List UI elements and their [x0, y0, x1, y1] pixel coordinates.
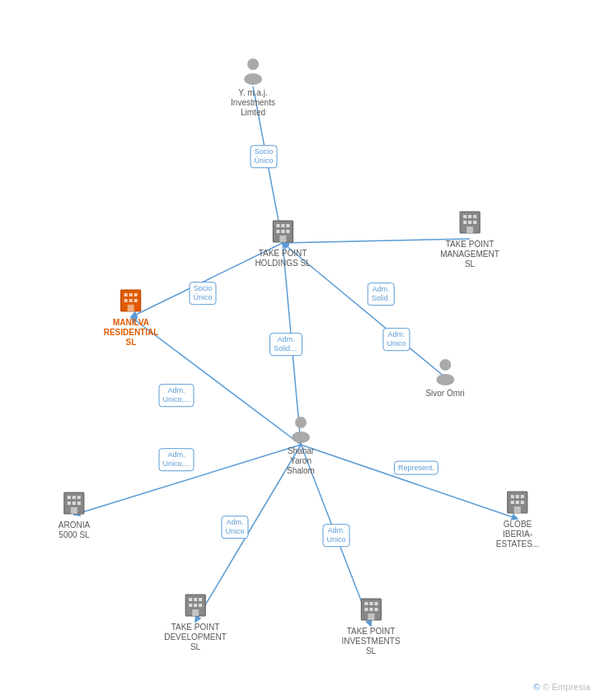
svg-rect-63: [189, 598, 192, 601]
building-icon: [456, 208, 484, 236]
node-label-tp_investments: TAKE POINT INVESTMENTS SL: [341, 627, 400, 656]
node-label-globe: GLOBE IBERIA- ESTATES...: [496, 520, 539, 549]
edge-label-2: Adm.Solid....: [270, 333, 302, 356]
svg-point-41: [439, 359, 451, 371]
svg-rect-45: [68, 496, 71, 499]
svg-rect-27: [468, 221, 471, 224]
svg-rect-20: [279, 236, 286, 242]
svg-rect-16: [286, 224, 289, 227]
node-label-manilva: MANILVA RESIDENTIAL SL: [104, 318, 159, 348]
svg-rect-36: [129, 299, 133, 302]
node-label-aronia: ARONIA 5000 SL: [59, 520, 90, 540]
svg-rect-34: [134, 293, 138, 296]
svg-rect-48: [68, 502, 71, 505]
edge-label-4: Adm.Unico: [382, 328, 410, 351]
svg-rect-29: [466, 226, 473, 233]
svg-rect-17: [276, 230, 279, 233]
svg-rect-69: [192, 609, 199, 616]
node-globe[interactable]: GLOBE IBERIA- ESTATES...: [496, 488, 539, 549]
svg-rect-65: [199, 598, 202, 601]
svg-rect-25: [473, 215, 476, 218]
svg-rect-74: [374, 602, 377, 605]
svg-rect-68: [199, 604, 202, 607]
svg-rect-76: [369, 608, 373, 611]
edge-label-9: Adm.Unico: [322, 524, 349, 547]
svg-rect-50: [77, 502, 81, 505]
svg-rect-54: [511, 495, 514, 498]
svg-rect-23: [463, 215, 466, 218]
svg-rect-57: [511, 501, 514, 504]
edge-label-6: Adm.Unico,...: [158, 448, 194, 471]
svg-rect-75: [364, 608, 368, 611]
svg-rect-28: [473, 221, 476, 224]
svg-rect-66: [189, 604, 192, 607]
person-icon: [286, 413, 316, 443]
svg-rect-37: [134, 299, 138, 302]
node-sivor[interactable]: Sivor Omri: [425, 356, 464, 399]
svg-rect-56: [521, 495, 524, 498]
building-icon: [269, 217, 297, 245]
node-aronia[interactable]: ARONIA 5000 SL: [59, 489, 90, 540]
svg-rect-64: [194, 598, 197, 601]
svg-rect-73: [369, 602, 373, 605]
node-label-takepoint_mgmt: TAKE POINT MANAGEMENT SL: [440, 240, 499, 269]
edge-label-1: SocioÚnico: [189, 282, 216, 305]
edge-label-5: Adm.Unico,...: [158, 384, 194, 407]
node-label-ymaj: Y. m.a.j. Investments Limted: [231, 88, 275, 118]
svg-point-42: [436, 374, 454, 385]
building-icon: [117, 287, 145, 315]
svg-rect-18: [281, 230, 284, 233]
svg-rect-67: [194, 604, 197, 607]
edge-label-7: Represent.: [394, 461, 438, 475]
svg-rect-77: [374, 608, 377, 611]
edge-label-3: Adm.Solid.: [368, 282, 395, 306]
svg-rect-26: [463, 221, 466, 224]
svg-rect-49: [73, 502, 76, 505]
building-icon: [60, 489, 88, 517]
svg-rect-59: [521, 501, 524, 504]
svg-rect-15: [281, 224, 284, 227]
node-label-tp_development: TAKE POINT DEVELOPMENT SL: [164, 623, 227, 652]
building-icon: [504, 488, 532, 516]
watermark: © © Empresia: [533, 682, 590, 692]
svg-rect-47: [77, 496, 81, 499]
svg-rect-35: [124, 299, 128, 302]
node-tp_investments[interactable]: TAKE POINT INVESTMENTS SL: [341, 595, 400, 656]
graph-container: © © Empresia Y. m.a.j. Investments Limte…: [0, 0, 600, 700]
svg-rect-60: [514, 506, 521, 513]
node-tp_development[interactable]: TAKE POINT DEVELOPMENT SL: [164, 591, 227, 652]
person-icon: [238, 55, 268, 85]
svg-rect-78: [368, 614, 374, 620]
svg-rect-24: [468, 215, 471, 218]
svg-rect-51: [71, 507, 77, 514]
svg-rect-14: [276, 224, 279, 227]
node-label-sivor: Sivor Omri: [425, 389, 464, 399]
svg-rect-38: [128, 305, 134, 311]
node-shahar[interactable]: Shahar Yaron Shalom: [286, 413, 316, 476]
svg-rect-58: [516, 501, 519, 504]
node-takepoint_holdings[interactable]: TAKE POINT HOLDINGS SL: [255, 217, 310, 268]
svg-point-40: [292, 432, 310, 443]
node-label-takepoint_holdings: TAKE POINT HOLDINGS SL: [255, 249, 310, 268]
svg-point-11: [244, 73, 262, 85]
svg-rect-33: [129, 293, 133, 296]
node-takepoint_mgmt[interactable]: TAKE POINT MANAGEMENT SL: [440, 208, 499, 269]
person-icon: [430, 356, 460, 385]
edge-label-0: SocioÚnico: [250, 145, 277, 168]
svg-rect-46: [73, 496, 76, 499]
svg-rect-32: [124, 293, 128, 296]
svg-rect-19: [286, 230, 289, 233]
node-manilva[interactable]: MANILVA RESIDENTIAL SL: [104, 287, 159, 348]
svg-point-10: [247, 58, 259, 70]
building-icon: [357, 595, 385, 623]
svg-point-39: [295, 417, 307, 428]
node-label-shahar: Shahar Yaron Shalom: [287, 446, 315, 476]
building-icon: [181, 591, 209, 619]
svg-line-7: [301, 445, 518, 519]
edge-label-8: Adm.Unico: [221, 516, 248, 539]
svg-rect-55: [516, 495, 519, 498]
node-ymaj[interactable]: Y. m.a.j. Investments Limted: [231, 55, 275, 118]
svg-rect-72: [364, 602, 368, 605]
